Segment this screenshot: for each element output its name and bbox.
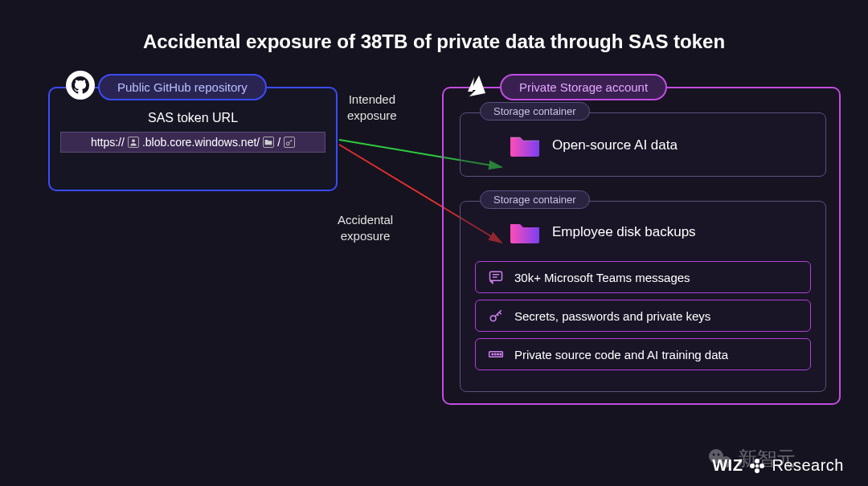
key-small-icon [284, 137, 295, 148]
url-sep: / [277, 136, 280, 149]
wiz-logo-text: WIZ [712, 456, 743, 475]
svg-point-18 [755, 468, 760, 473]
svg-point-13 [713, 454, 715, 456]
svg-point-19 [750, 464, 755, 468]
footer-brand: WIZ Research [712, 456, 844, 475]
svg-point-5 [490, 316, 496, 321]
page-title: Accidental exposure of 38TB of private d… [0, 0, 868, 77]
svg-point-21 [755, 464, 759, 467]
svg-point-17 [755, 459, 760, 464]
key-icon [487, 307, 505, 325]
folder-small-icon [263, 137, 274, 148]
svg-point-8 [494, 353, 496, 355]
item-label: Private source code and AI training data [514, 348, 728, 361]
item-source-code: Private source code and AI training data [475, 338, 811, 370]
opensource-ai-data-label: Open-source AI data [552, 137, 678, 153]
password-icon [487, 345, 505, 363]
employee-backups-label: Employee disk backups [552, 224, 696, 240]
intended-exposure-label: Intended exposure [347, 92, 397, 123]
storage-account-box: Private Storage account Storage containe… [442, 87, 841, 405]
sas-token-label: SAS token URL [50, 111, 336, 125]
github-repo-box: Public GitHub repository SAS token URL h… [48, 87, 338, 191]
github-icon [66, 71, 95, 100]
svg-rect-4 [490, 272, 502, 280]
storage-pill: Private Storage account [500, 74, 667, 100]
item-secrets: Secrets, passwords and private keys [475, 300, 811, 332]
url-mid: .blob.core.windows.net/ [142, 136, 260, 149]
svg-point-7 [492, 353, 493, 355]
container1-label: Storage container [480, 102, 590, 120]
azure-icon [465, 72, 490, 98]
svg-point-2 [132, 139, 135, 142]
chat-icon [487, 268, 505, 286]
folder-icon [509, 133, 541, 158]
accidental-exposure-label: Accidental exposure [338, 212, 393, 243]
flower-icon [749, 458, 765, 474]
item-label: 30k+ Microsoft Teams messages [514, 271, 690, 284]
github-pill: Public GitHub repository [98, 74, 267, 100]
svg-point-20 [760, 464, 764, 468]
user-icon [128, 137, 139, 148]
svg-point-10 [500, 353, 502, 355]
storage-container-1: Storage container Open-source AI data [460, 112, 826, 177]
research-text: Research [772, 456, 844, 475]
svg-point-14 [718, 454, 720, 456]
svg-point-9 [497, 353, 499, 355]
item-teams-messages: 30k+ Microsoft Teams messages [475, 261, 811, 293]
folder-icon [509, 219, 541, 245]
container2-label: Storage container [480, 190, 590, 209]
storage-container-2: Storage container Employee disk backups … [460, 201, 826, 392]
item-label: Secrets, passwords and private keys [514, 309, 710, 323]
sas-url-bar: https:// .blob.core.windows.net/ / [60, 132, 326, 153]
diagram-canvas: Intended exposure Accidental exposure Pu… [0, 77, 868, 463]
url-prefix: https:// [91, 136, 125, 149]
